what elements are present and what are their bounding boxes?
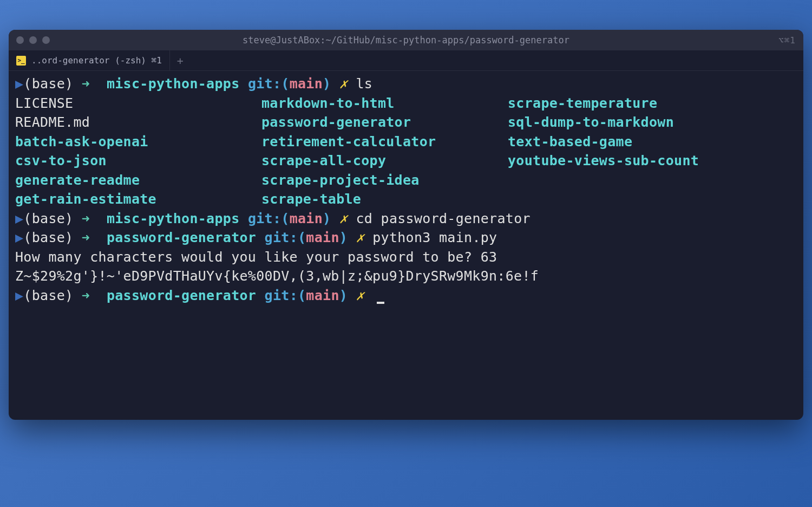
new-tab-button[interactable]: +	[170, 50, 191, 70]
ls-entry: LICENSE	[15, 94, 261, 113]
tab-label: ..ord-generator (-zsh) ⌘1	[31, 55, 162, 66]
ls-entry: youtube-views-sub-count	[508, 151, 797, 171]
ls-entry: generate-readme	[15, 171, 261, 190]
terminal-body[interactable]: ▶(base) ➜ misc-python-apps git:(main) ✗ …	[9, 71, 803, 420]
ls-entry: markdown-to-html	[261, 94, 508, 113]
ls-entry: text-based-game	[508, 132, 797, 152]
prompt-line: ▶(base) ➜ misc-python-apps git:(main) ✗ …	[15, 209, 797, 229]
ls-entry: batch-ask-openai	[15, 132, 261, 152]
cursor	[377, 302, 384, 304]
ls-entry: scrape-table	[261, 190, 508, 209]
terminal-icon: >_	[16, 56, 26, 66]
ls-entry: README.md	[15, 113, 261, 132]
ls-output: LICENSE README.md batch-ask-openai csv-t…	[15, 94, 797, 209]
title-bar-shortcut: ⌥⌘1	[778, 35, 796, 46]
ls-entry: sql-dump-to-markdown	[508, 113, 797, 132]
program-prompt: How many characters would you like your …	[15, 248, 797, 267]
tab-active[interactable]: >_ ..ord-generator (-zsh) ⌘1	[9, 50, 170, 70]
maximize-button[interactable]	[42, 36, 50, 44]
minimize-button[interactable]	[29, 36, 37, 44]
prompt-line: ▶(base) ➜ misc-python-apps git:(main) ✗ …	[15, 74, 797, 94]
traffic-lights	[16, 36, 50, 44]
prompt-line: ▶(base) ➜ password-generator git:(main) …	[15, 228, 797, 248]
generated-password: Z~$29%2g'}!~'eD9PVdTHaUYv{ke%00DV,(3,wb|…	[15, 266, 797, 286]
close-button[interactable]	[16, 36, 24, 44]
ls-entry: scrape-project-idea	[261, 171, 508, 190]
prompt-line-current[interactable]: ▶(base) ➜ password-generator git:(main) …	[15, 286, 797, 306]
ls-entry: csv-to-json	[15, 151, 261, 171]
ls-entry: scrape-temperature	[508, 94, 797, 113]
window-title: steve@JustABox:~/GitHub/misc-python-apps…	[9, 35, 803, 46]
terminal-window: steve@JustABox:~/GitHub/misc-python-apps…	[9, 30, 803, 420]
ls-entry: retirement-calculator	[261, 132, 508, 152]
tab-bar: >_ ..ord-generator (-zsh) ⌘1 +	[9, 50, 803, 71]
ls-entry: get-rain-estimate	[15, 190, 261, 209]
title-bar: steve@JustABox:~/GitHub/misc-python-apps…	[9, 30, 803, 50]
ls-entry: scrape-all-copy	[261, 151, 508, 171]
ls-entry: password-generator	[261, 113, 508, 132]
